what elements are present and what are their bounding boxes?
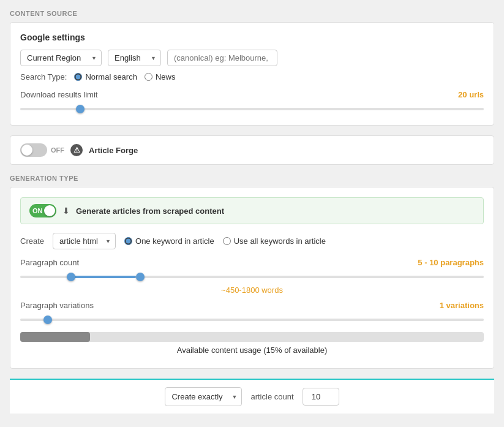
create-row: Create article html article text blog po… bbox=[20, 233, 484, 249]
create-exactly-select[interactable]: Create exactly Create at least Create at… bbox=[165, 387, 242, 406]
paragraph-variations-track bbox=[20, 319, 484, 321]
paragraph-count-fill bbox=[67, 276, 137, 278]
article-forge-name: Article Forge bbox=[89, 146, 138, 155]
download-limit-value: 20 urls bbox=[458, 90, 484, 99]
region-select-wrapper: Current Region United States United King… bbox=[20, 50, 102, 66]
language-select-wrapper: English Spanish French German bbox=[108, 50, 161, 66]
page-wrapper: CONTENT SOURCE Google settings Current R… bbox=[0, 0, 504, 423]
generate-label: Generate articles from scraped content bbox=[76, 206, 224, 216]
create-type-select[interactable]: article html article text blog post bbox=[53, 233, 116, 249]
paragraph-count-label: Paragraph count bbox=[20, 258, 79, 267]
one-keyword-text: One keyword in article bbox=[135, 236, 214, 246]
google-settings-row: Current Region United States United King… bbox=[20, 50, 484, 66]
all-keywords-radio-label[interactable]: Use all keywords in article bbox=[223, 236, 326, 246]
news-search-radio-label[interactable]: News bbox=[145, 72, 176, 81]
paragraph-count-thumb-left[interactable] bbox=[67, 273, 75, 281]
toggle-thumb bbox=[21, 145, 32, 156]
normal-search-radio-label[interactable]: Normal search bbox=[74, 72, 137, 81]
toggle-track[interactable] bbox=[20, 143, 47, 157]
create-type-select-wrapper: article html article text blog post bbox=[53, 233, 116, 249]
paragraph-count-header: Paragraph count 5 - 10 paragraphs bbox=[20, 258, 484, 267]
paragraph-variations-thumb[interactable] bbox=[43, 316, 52, 324]
normal-search-radio[interactable] bbox=[74, 73, 82, 81]
search-type-row: Search Type: Normal search News bbox=[20, 72, 484, 81]
generation-card: ON ⬇ Generate articles from scraped cont… bbox=[10, 187, 494, 369]
content-source-label: CONTENT SOURCE bbox=[10, 10, 494, 17]
progress-bar-fill bbox=[20, 332, 90, 342]
region-select[interactable]: Current Region United States United King… bbox=[20, 50, 102, 66]
canonical-input[interactable] bbox=[167, 50, 277, 66]
one-keyword-radio[interactable] bbox=[124, 237, 132, 245]
article-count-label: article count bbox=[250, 392, 293, 401]
paragraph-variations-row: Paragraph variations 1 variations bbox=[20, 301, 484, 326]
google-settings-title: Google settings bbox=[20, 32, 484, 42]
news-search-text: News bbox=[156, 72, 176, 81]
article-count-input[interactable] bbox=[303, 388, 339, 406]
all-keywords-radio[interactable] bbox=[223, 237, 231, 245]
create-exactly-select-wrapper: Create exactly Create at least Create at… bbox=[165, 387, 242, 406]
all-keywords-text: Use all keywords in article bbox=[234, 236, 326, 246]
gen-toggle-on-track[interactable]: ON bbox=[29, 204, 56, 217]
create-label: Create bbox=[20, 236, 44, 246]
toggle-off-label: OFF bbox=[51, 146, 64, 154]
article-forge-icon: ⚠ bbox=[70, 144, 83, 156]
available-text: Available content usage (15% of availabl… bbox=[20, 346, 484, 355]
paragraph-count-track bbox=[20, 276, 484, 278]
paragraph-variations-slider-wrapper bbox=[20, 314, 484, 326]
paragraph-variations-label: Paragraph variations bbox=[20, 301, 94, 310]
download-limit-slider-wrapper bbox=[20, 103, 484, 115]
download-icon: ⬇ bbox=[62, 206, 70, 216]
content-usage-progress-wrapper: Available content usage (15% of availabl… bbox=[20, 332, 484, 355]
paragraph-count-thumb-right[interactable] bbox=[136, 273, 145, 281]
paragraph-count-value: 5 - 10 paragraphs bbox=[418, 258, 484, 267]
generation-type-label: GENERATION TYPE bbox=[10, 175, 494, 182]
word-count-info: ~450-1800 words bbox=[20, 285, 484, 295]
content-source-section: CONTENT SOURCE Google settings Current R… bbox=[10, 10, 494, 126]
gen-toggle-on-label: ON bbox=[32, 207, 43, 214]
download-limit-thumb[interactable] bbox=[76, 105, 85, 113]
download-limit-label: Download results limit bbox=[20, 90, 97, 99]
forge-icon-letter: ⚠ bbox=[73, 146, 80, 154]
paragraph-variations-header: Paragraph variations 1 variations bbox=[20, 301, 484, 310]
google-settings-card: Google settings Current Region United St… bbox=[10, 22, 494, 126]
search-type-label: Search Type: bbox=[20, 72, 67, 81]
bottom-bar: Create exactly Create at least Create at… bbox=[10, 379, 494, 414]
keyword-options: One keyword in article Use all keywords … bbox=[124, 236, 326, 246]
gen-toggle-thumb bbox=[44, 205, 55, 216]
download-limit-row: Download results limit 20 urls bbox=[20, 90, 484, 115]
normal-search-text: Normal search bbox=[85, 72, 137, 81]
language-select[interactable]: English Spanish French German bbox=[108, 50, 161, 66]
news-search-radio[interactable] bbox=[145, 73, 152, 81]
gen-on-bar: ON ⬇ Generate articles from scraped cont… bbox=[20, 197, 484, 224]
paragraph-count-slider-wrapper bbox=[20, 271, 484, 283]
paragraph-count-row: Paragraph count 5 - 10 paragraphs bbox=[20, 258, 484, 283]
generation-type-section: GENERATION TYPE ON ⬇ Generate articles f… bbox=[10, 175, 494, 369]
download-limit-header: Download results limit 20 urls bbox=[20, 90, 484, 99]
one-keyword-radio-label[interactable]: One keyword in article bbox=[124, 236, 214, 246]
download-limit-track bbox=[20, 108, 484, 110]
progress-bar-bg bbox=[20, 332, 484, 342]
article-forge-toggle[interactable]: OFF bbox=[20, 143, 64, 157]
article-forge-card: OFF ⚠ Article Forge bbox=[10, 135, 494, 165]
paragraph-variations-value: 1 variations bbox=[440, 301, 484, 310]
